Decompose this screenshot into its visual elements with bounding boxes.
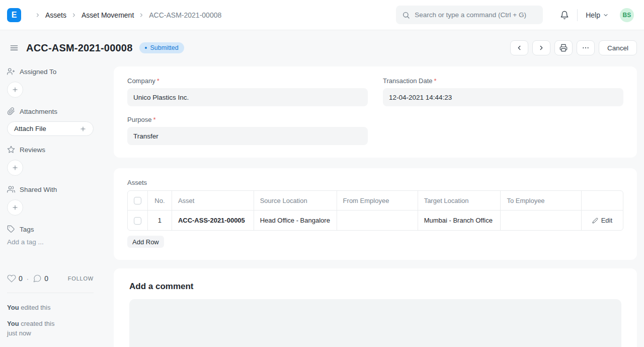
select-all-checkbox[interactable] bbox=[134, 197, 141, 204]
likes-row: 0 · 0 FOLLOW bbox=[7, 274, 94, 283]
comment-input[interactable] bbox=[129, 299, 621, 347]
navbar-divider bbox=[577, 9, 578, 21]
column-header-source-location: Source Location bbox=[254, 191, 337, 211]
label-text: Purpose bbox=[127, 116, 151, 123]
assigned-to-label: Assigned To bbox=[20, 68, 56, 76]
breadcrumb-current: ACC-ASM-2021-00008 bbox=[149, 11, 221, 19]
breadcrumb-asset-movement[interactable]: Asset Movement bbox=[82, 11, 134, 19]
activity-item: You edited this bbox=[7, 303, 107, 313]
label-text: Transaction Date bbox=[383, 77, 433, 85]
transaction-date-label: Transaction Date* bbox=[383, 77, 623, 85]
help-menu[interactable]: Help bbox=[586, 11, 609, 19]
assets-table: No. Asset Source Location From Employee … bbox=[127, 190, 623, 231]
from-employee-cell[interactable] bbox=[337, 211, 418, 230]
tags-header: Tags bbox=[7, 225, 107, 233]
app-logo[interactable]: E bbox=[7, 8, 21, 22]
sidebar-divider bbox=[7, 293, 94, 293]
next-document-button[interactable] bbox=[532, 40, 550, 55]
chevron-right-icon bbox=[138, 12, 144, 18]
table-header-row: No. Asset Source Location From Employee … bbox=[128, 191, 623, 211]
chevron-down-icon bbox=[603, 12, 609, 18]
add-share-button[interactable] bbox=[7, 199, 23, 216]
breadcrumb-assets[interactable]: Assets bbox=[45, 11, 66, 19]
status-label: Submitted bbox=[150, 44, 178, 51]
cancel-button[interactable]: Cancel bbox=[599, 40, 637, 55]
add-review-button[interactable] bbox=[7, 160, 23, 176]
details-card: Company* Unico Plastics Inc. Transaction… bbox=[114, 66, 637, 158]
follow-button[interactable]: FOLLOW bbox=[68, 275, 94, 282]
prev-document-button[interactable] bbox=[510, 40, 528, 55]
comment-card: Add a comment bbox=[114, 268, 637, 347]
label-text: Company bbox=[127, 77, 155, 85]
ellipsis-icon bbox=[582, 44, 590, 52]
header-actions: Cancel bbox=[510, 40, 637, 55]
reviews-section: Reviews bbox=[7, 146, 107, 176]
assets-card: Assets No. Asset Source Location From Em… bbox=[114, 168, 637, 260]
logo-letter: E bbox=[12, 11, 17, 19]
company-input[interactable]: Unico Plastics Inc. bbox=[127, 88, 368, 106]
column-header-from-employee: From Employee bbox=[337, 191, 418, 211]
shared-with-section: Shared With bbox=[7, 185, 107, 216]
sidebar-toggle-button[interactable] bbox=[8, 42, 20, 54]
column-header-target-location: Target Location bbox=[418, 191, 501, 211]
navbar: E Assets Asset Movement ACC-ASM-2021-000… bbox=[0, 0, 644, 30]
row-number-cell: 1 bbox=[148, 211, 172, 230]
status-badge: Submitted bbox=[139, 42, 184, 53]
assigned-to-header: Assigned To bbox=[7, 67, 107, 76]
column-header-asset: Asset bbox=[172, 191, 254, 211]
pencil-icon bbox=[592, 218, 598, 224]
main-form-area: Company* Unico Plastics Inc. Transaction… bbox=[114, 55, 637, 347]
content: Assigned To Attachments Attach File bbox=[0, 55, 644, 347]
transaction-date-input[interactable]: 12-04-2021 14:44:23 bbox=[383, 88, 623, 106]
add-row-button[interactable]: Add Row bbox=[127, 236, 164, 248]
shared-with-header: Shared With bbox=[7, 185, 107, 193]
activity-feed: You edited this You created this just no… bbox=[7, 303, 107, 338]
notifications-button[interactable] bbox=[560, 11, 569, 20]
to-employee-cell[interactable] bbox=[501, 211, 581, 230]
plus-icon bbox=[79, 125, 87, 132]
status-dot bbox=[145, 47, 147, 49]
required-marker: * bbox=[157, 77, 159, 85]
heart-icon[interactable] bbox=[7, 274, 16, 283]
search-input[interactable]: Search or type a command (Ctrl + G) bbox=[396, 6, 543, 24]
tags-section: Tags Add a tag ... bbox=[7, 225, 107, 246]
chevron-right-icon bbox=[35, 12, 41, 18]
purpose-input[interactable]: Transfer bbox=[127, 127, 368, 145]
users-icon bbox=[7, 185, 15, 193]
add-assignment-button[interactable] bbox=[7, 82, 23, 98]
chat-icon[interactable] bbox=[33, 274, 42, 283]
help-label: Help bbox=[586, 11, 600, 19]
plus-icon bbox=[12, 164, 19, 171]
asset-link[interactable]: ACC-ASS-2021-00005 bbox=[178, 217, 245, 224]
chevron-left-icon bbox=[516, 44, 523, 51]
paperclip-icon bbox=[7, 107, 15, 115]
table-row: 1 ACC-ASS-2021-00005 Head Office - Banga… bbox=[128, 211, 623, 230]
star-icon bbox=[7, 146, 15, 154]
avatar[interactable]: BS bbox=[620, 8, 634, 22]
row-checkbox[interactable] bbox=[134, 217, 141, 225]
form-sidebar: Assigned To Attachments Attach File bbox=[0, 55, 114, 345]
plus-icon bbox=[12, 204, 19, 211]
column-header-actions bbox=[582, 191, 623, 211]
target-location-cell[interactable]: Mumbai - Branch Office bbox=[418, 211, 501, 230]
edit-label: Edit bbox=[601, 217, 612, 224]
column-header-to-employee: To Employee bbox=[501, 191, 581, 211]
source-location-cell[interactable]: Head Office - Bangalore bbox=[254, 211, 337, 230]
attachments-header: Attachments bbox=[7, 107, 107, 115]
likes-count: 0 bbox=[19, 274, 23, 283]
tag-icon bbox=[7, 225, 15, 233]
add-tag-input[interactable]: Add a tag ... bbox=[7, 238, 107, 246]
count-separator: · bbox=[27, 275, 29, 283]
chevron-right-icon bbox=[71, 12, 77, 18]
company-label: Company* bbox=[127, 77, 368, 85]
search-placeholder: Search or type a command (Ctrl + G) bbox=[415, 11, 526, 19]
activity-actor: You bbox=[7, 320, 19, 327]
attach-file-button[interactable]: Attach File bbox=[7, 121, 94, 136]
tags-label: Tags bbox=[20, 226, 34, 233]
activity-item: You created this just now bbox=[7, 319, 107, 338]
activity-timestamp: just now bbox=[7, 329, 107, 338]
edit-row-button[interactable]: Edit bbox=[588, 211, 617, 230]
activity-action: edited this bbox=[21, 304, 50, 311]
more-actions-button[interactable] bbox=[577, 40, 595, 55]
print-button[interactable] bbox=[554, 40, 573, 55]
